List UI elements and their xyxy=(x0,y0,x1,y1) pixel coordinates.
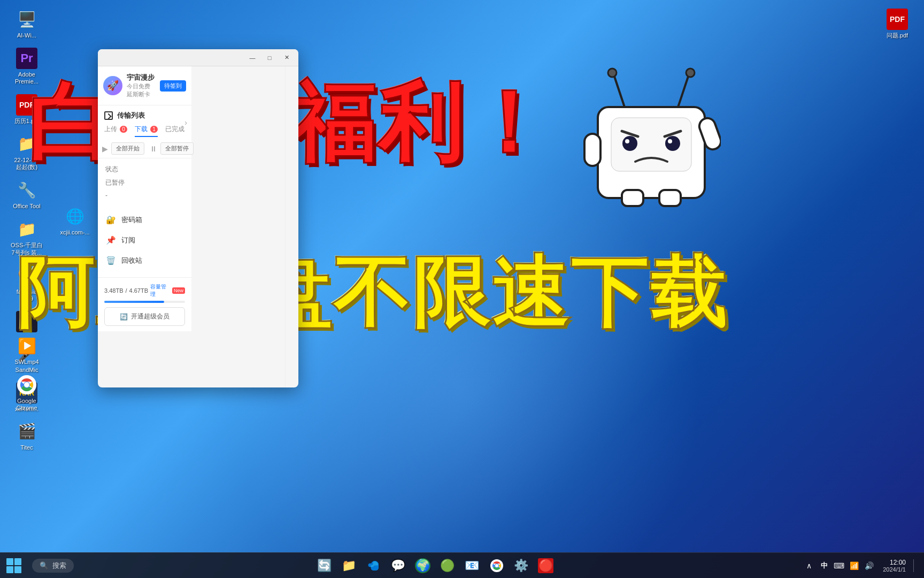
window-sidebar: 🚀 宇宙漫步 今日免费延斯断卡 待签到 传输列表 xyxy=(98,66,191,331)
taskbar-icon-wechat[interactable]: 💬 xyxy=(388,555,409,576)
desktop-icon-xcji[interactable]: 🌐 xcjii.com-... xyxy=(53,202,96,239)
play-icon[interactable]: ▶ xyxy=(102,144,108,153)
storage-used: 3.48TB xyxy=(104,287,123,294)
window-controls: — □ ✕ xyxy=(245,52,294,63)
transfer-tabs: 上传 0 下载 1 已完成 xyxy=(104,125,185,137)
clock-date: 2024/1/1 xyxy=(883,566,906,573)
taskbar-right: ∧ 中 ⌨ 📶 🔊 12:00 2024/1/1 xyxy=(796,559,924,573)
office-label: Office Tool xyxy=(13,203,41,210)
transfer-actions: ▶ 全部开始 ⏸ 全部暂停 xyxy=(98,139,191,158)
close-button[interactable]: ✕ xyxy=(279,52,294,63)
taskbar-start xyxy=(0,558,28,573)
vip-label: 开通超级会员 xyxy=(131,312,170,321)
xcji-icon: 🌐 xyxy=(64,206,86,227)
swlmp4-label: SWLmp4 xyxy=(14,359,38,366)
nav-password-box[interactable]: 🔐 密码箱 xyxy=(98,210,191,230)
ai-win-label: AI-Wi... xyxy=(17,32,36,39)
desktop-icon-titec[interactable]: 🎬 Titec xyxy=(5,417,48,454)
svg-point-8 xyxy=(686,69,695,77)
window-content-area xyxy=(285,66,286,387)
titec-label: Titec xyxy=(20,444,33,451)
tab-completed[interactable]: 已完成 xyxy=(165,125,184,137)
taskbar-icon-edge[interactable] xyxy=(363,555,384,576)
tray-wifi-icon[interactable]: 📶 xyxy=(848,559,860,572)
password-box-label: 密码箱 xyxy=(121,215,142,225)
ai-win-icon: 🖥️ xyxy=(16,9,37,30)
nav-subscription[interactable]: 📌 订阅 xyxy=(98,230,191,250)
password-box-icon: 🔐 xyxy=(105,215,116,225)
taskbar-clock[interactable]: 12:00 2024/1/1 xyxy=(879,559,910,573)
vip-button[interactable]: 🔄 开通超级会员 xyxy=(104,307,185,326)
pdf-right-icon: PDF xyxy=(887,9,908,30)
svg-point-15 xyxy=(668,139,672,143)
svg-point-22 xyxy=(495,564,498,567)
expand-arrow-icon[interactable]: › xyxy=(184,118,187,127)
oss-icon: 📁 xyxy=(16,218,37,240)
paused-label: 已暂停 xyxy=(105,176,184,189)
tab-upload[interactable]: 上传 0 xyxy=(104,125,127,137)
taskbar-icon-green[interactable]: 🟢 xyxy=(437,555,458,576)
svg-rect-16 xyxy=(584,134,600,166)
taskbar-icon-loop[interactable]: 🔄 xyxy=(314,555,335,576)
sidebar-nav: 🔐 密码箱 📌 订阅 🗑️ 回收站 xyxy=(98,206,191,275)
tray-lang-icon[interactable]: 中 xyxy=(818,559,830,572)
status-label: 状态 xyxy=(105,163,184,176)
user-avatar: 🚀 xyxy=(103,76,122,95)
taskbar-icon-mail[interactable]: 📧 xyxy=(461,555,483,576)
download-badge: 1 xyxy=(150,126,158,133)
new-badge: New xyxy=(172,287,185,294)
desktop-icons-right: PDF 问题.pdf xyxy=(876,5,919,42)
storage-section: 3.48TB / 4.67TB 容量管理 New 🔄 开通超级会员 xyxy=(98,277,191,331)
taskbar-icon-settings[interactable]: ⚙️ xyxy=(511,555,532,576)
desktop-icon-swlmp4[interactable]: ▶️ SWLmp4 xyxy=(5,332,48,369)
transfer-header: 传输列表 上传 0 下载 1 已完成 › xyxy=(98,105,191,139)
storage-manage-button[interactable]: 容量管理 xyxy=(150,283,170,298)
maximize-button[interactable]: □ xyxy=(262,52,277,63)
app-window: — □ ✕ 🚀 宇宙漫步 今日免费延斯断卡 待签到 xyxy=(98,49,298,387)
chrome-label: Google Chrome xyxy=(7,398,46,412)
titec-icon: 🎬 xyxy=(16,421,37,442)
user-subtitle: 今日免费延斯断卡 xyxy=(127,82,156,98)
storage-total: 4.67TB xyxy=(129,287,148,294)
desktop-icon-chrome[interactable]: Google Chrome xyxy=(5,371,48,415)
svg-line-7 xyxy=(678,75,689,107)
desktop-icon-office[interactable]: 🔧 Office Tool xyxy=(5,176,48,213)
tray-icons: ∧ 中 ⌨ 📶 🔊 xyxy=(803,559,875,572)
pause-all-button[interactable]: 全部暂停 xyxy=(160,142,194,155)
svg-point-3 xyxy=(24,382,29,387)
vip-icon: 🔄 xyxy=(120,313,128,321)
tray-expand-icon[interactable]: ∧ xyxy=(803,559,815,572)
desktop-icon-pdf-right[interactable]: PDF 问题.pdf xyxy=(876,5,919,42)
desktop-icons-bottom-left: ▶️ SWLmp4 Google Chrome 🎬 Titec xyxy=(5,332,48,454)
start-all-button[interactable]: 全部开始 xyxy=(111,142,144,155)
clock-time: 12:00 xyxy=(883,559,906,566)
desktop-icon-ai-win[interactable]: 🖥️ AI-Wi... xyxy=(5,5,48,42)
recycle-label: 回收站 xyxy=(121,256,142,265)
xcji-label: xcjii.com-... xyxy=(60,229,90,236)
minimize-button[interactable]: — xyxy=(245,52,260,63)
svg-point-13 xyxy=(625,139,629,143)
tray-keyboard-icon[interactable]: ⌨ xyxy=(833,559,845,572)
svg-line-5 xyxy=(614,75,625,107)
windows-logo-icon[interactable] xyxy=(6,558,21,573)
taskbar-icon-browser2[interactable]: 🌍 xyxy=(412,555,434,576)
show-desktop-button[interactable] xyxy=(913,559,918,572)
sidebar-user-section: 🚀 宇宙漫步 今日免费延斯断卡 待签到 xyxy=(98,66,191,105)
pause-icon[interactable]: ⏸ xyxy=(150,144,157,153)
subscription-label: 订阅 xyxy=(121,235,135,245)
svg-rect-18 xyxy=(622,190,643,206)
taskbar-icon-red[interactable]: 🔴 xyxy=(535,555,557,576)
taskbar-icon-chrome-tb[interactable] xyxy=(486,555,507,576)
taskbar-search[interactable]: 🔍 搜索 xyxy=(32,559,74,573)
svg-point-6 xyxy=(608,69,617,77)
nav-recycle[interactable]: 🗑️ 回收站 xyxy=(98,250,191,271)
tab-download[interactable]: 下载 1 xyxy=(135,125,158,137)
storage-fill xyxy=(104,301,164,303)
taskbar-icon-folder[interactable]: 📁 xyxy=(338,555,360,576)
mascot-character xyxy=(582,64,721,209)
transfer-icon xyxy=(104,111,113,120)
office-icon: 🔧 xyxy=(16,179,37,201)
user-name: 宇宙漫步 xyxy=(127,73,156,82)
sign-in-button[interactable]: 待签到 xyxy=(160,80,186,92)
tray-volume-icon[interactable]: 🔊 xyxy=(863,559,875,572)
